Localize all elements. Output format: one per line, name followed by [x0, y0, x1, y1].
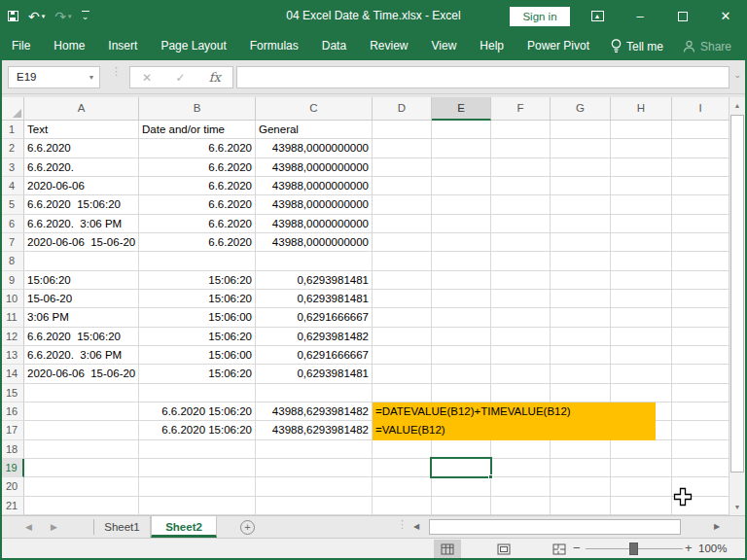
- row-header-17[interactable]: 17: [0, 421, 24, 439]
- column-header-E[interactable]: E: [432, 97, 491, 121]
- row-header-16[interactable]: 16: [0, 402, 24, 421]
- cell-A19[interactable]: [24, 459, 139, 477]
- cell-G10[interactable]: [551, 290, 611, 308]
- row-header-8[interactable]: 8: [0, 252, 24, 270]
- cell-D3[interactable]: [373, 158, 432, 177]
- cell-B20[interactable]: [139, 477, 256, 496]
- cell-I5[interactable]: [672, 195, 729, 214]
- enter-icon[interactable]: ✓: [175, 71, 185, 85]
- cell-H3[interactable]: [611, 158, 672, 177]
- cell-A12[interactable]: 6.6.2020 15:06:20: [24, 328, 139, 346]
- cell-D12[interactable]: [373, 328, 432, 346]
- cell-H8[interactable]: [611, 252, 672, 270]
- cell-G14[interactable]: [551, 365, 611, 383]
- cell-B19[interactable]: [139, 459, 256, 477]
- column-header-F[interactable]: F: [491, 97, 551, 121]
- cell-I1[interactable]: [672, 121, 729, 139]
- vertical-scrollbar-thumb[interactable]: [730, 115, 744, 472]
- cell-B18[interactable]: [139, 440, 256, 459]
- cell-E2[interactable]: [432, 139, 491, 158]
- cell-D5[interactable]: [373, 195, 432, 214]
- cell-D9[interactable]: [373, 271, 432, 290]
- cell-G12[interactable]: [551, 328, 611, 346]
- cell-C20[interactable]: [256, 477, 373, 496]
- cell-F19[interactable]: [491, 459, 551, 477]
- sheet-tab-sheet2[interactable]: Sheet2: [151, 516, 217, 538]
- cell-G20[interactable]: [551, 477, 611, 496]
- ribbon-tab-home[interactable]: Home: [42, 32, 96, 60]
- cell-H13[interactable]: [611, 346, 672, 365]
- cell-F2[interactable]: [491, 139, 551, 158]
- cell-I3[interactable]: [672, 158, 729, 177]
- horizontal-scrollbar-thumb[interactable]: [429, 519, 681, 535]
- cell-D2[interactable]: [373, 139, 432, 158]
- cell-D1[interactable]: [373, 121, 432, 139]
- ribbon-tab-review[interactable]: Review: [358, 32, 419, 60]
- cell-A18[interactable]: [24, 440, 139, 459]
- cell-F9[interactable]: [491, 271, 551, 290]
- column-header-I[interactable]: I: [672, 97, 729, 121]
- row-header-14[interactable]: 14: [0, 365, 24, 383]
- cell-D6[interactable]: [373, 215, 432, 233]
- cell-C3[interactable]: 43988,0000000000: [256, 158, 373, 177]
- column-header-B[interactable]: B: [139, 97, 256, 121]
- cell-B7[interactable]: 6.6.2020: [139, 233, 256, 252]
- vertical-scrollbar[interactable]: ▲ ▼: [729, 97, 745, 515]
- cell-H4[interactable]: [611, 177, 672, 195]
- cell-B1[interactable]: Date and/or time: [139, 121, 256, 139]
- cell-D20[interactable]: [373, 477, 432, 496]
- cell-A4[interactable]: 2020-06-06: [24, 177, 139, 195]
- cell-B21[interactable]: [139, 497, 256, 515]
- ribbon-tab-view[interactable]: View: [420, 32, 469, 60]
- cell-B6[interactable]: 6.6.2020: [139, 215, 256, 233]
- cell-B12[interactable]: 15:06:20: [139, 328, 256, 346]
- cell-A20[interactable]: [24, 477, 139, 496]
- cell-F11[interactable]: [491, 308, 551, 327]
- cell-F8[interactable]: [491, 252, 551, 270]
- cell-E13[interactable]: [432, 346, 491, 365]
- cell-C6[interactable]: 43988,0000000000: [256, 215, 373, 233]
- cell-I4[interactable]: [672, 177, 729, 195]
- ribbon-tab-insert[interactable]: Insert: [96, 32, 149, 60]
- cell-F13[interactable]: [491, 346, 551, 365]
- cell-H5[interactable]: [611, 195, 672, 214]
- column-header-G[interactable]: G: [551, 97, 611, 121]
- formula-input[interactable]: [236, 66, 729, 88]
- cell-B2[interactable]: 6.6.2020: [139, 139, 256, 158]
- row-header-10[interactable]: 10: [0, 290, 24, 308]
- cell-I2[interactable]: [672, 139, 729, 158]
- cell-E3[interactable]: [432, 158, 491, 177]
- cell-H14[interactable]: [611, 365, 672, 383]
- cell-A5[interactable]: 6.6.2020 15:06:20: [24, 195, 139, 214]
- cell-I11[interactable]: [672, 308, 729, 327]
- cell-F3[interactable]: [491, 158, 551, 177]
- cell-E15[interactable]: [432, 384, 491, 402]
- maximize-button[interactable]: [661, 0, 704, 32]
- cell-B4[interactable]: 6.6.2020: [139, 177, 256, 195]
- cell-F18[interactable]: [491, 440, 551, 459]
- cell-C10[interactable]: 0,6293981481: [256, 290, 373, 308]
- tell-me-button[interactable]: Tell me: [601, 38, 673, 54]
- cell-C19[interactable]: [256, 459, 373, 477]
- row-header-15[interactable]: 15: [0, 384, 24, 402]
- sheet-nav-right-icon[interactable]: ▶: [51, 516, 57, 538]
- cell-E12[interactable]: [432, 328, 491, 346]
- cell-D4[interactable]: [373, 177, 432, 195]
- cell-H6[interactable]: [611, 215, 672, 233]
- cell-I19[interactable]: [672, 459, 729, 477]
- cell-D10[interactable]: [373, 290, 432, 308]
- row-header-5[interactable]: 5: [0, 195, 24, 214]
- ribbon-tab-formulas[interactable]: Formulas: [238, 32, 310, 60]
- cell-A17[interactable]: [24, 421, 139, 439]
- cell-F1[interactable]: [491, 121, 551, 139]
- cell-D11[interactable]: [373, 308, 432, 327]
- cell-H18[interactable]: [611, 440, 672, 459]
- row-header-21[interactable]: 21: [0, 497, 24, 515]
- cell-D7[interactable]: [373, 233, 432, 252]
- row-header-9[interactable]: 9: [0, 271, 24, 290]
- cell-G7[interactable]: [551, 233, 611, 252]
- cell-D18[interactable]: [373, 440, 432, 459]
- cell-C21[interactable]: [256, 497, 373, 515]
- cell-A1[interactable]: Text: [24, 121, 139, 139]
- cell-C13[interactable]: 0,6291666667: [256, 346, 373, 365]
